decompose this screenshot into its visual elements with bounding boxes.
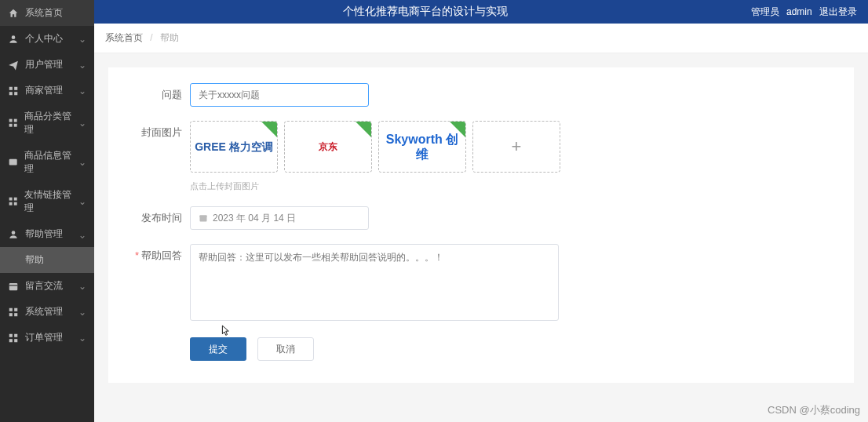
svg-rect-26 xyxy=(200,216,207,218)
breadcrumb-home[interactable]: 系统首页 xyxy=(105,32,143,43)
admin-name[interactable]: admin xyxy=(786,6,812,17)
svg-rect-13 xyxy=(14,202,17,206)
nav-label: 订单管理 xyxy=(25,331,63,344)
home-icon xyxy=(8,8,19,19)
svg-point-14 xyxy=(12,231,16,235)
chevron-down-icon: ⌄ xyxy=(78,333,86,344)
topbar-right: 管理员 admin 退出登录 xyxy=(746,5,857,19)
nav-system-mgmt[interactable]: 系统管理 ⌄ xyxy=(0,299,94,325)
svg-rect-2 xyxy=(14,86,17,89)
image-thumb: 京东 xyxy=(319,141,337,152)
image-card[interactable]: Skyworth 创维 xyxy=(378,121,466,173)
svg-rect-1 xyxy=(9,86,13,89)
page-title: 个性化推荐电商平台的设计与实现 xyxy=(105,5,746,19)
svg-rect-12 xyxy=(9,202,13,206)
nav-link-mgmt[interactable]: 友情链接管理 ⌄ xyxy=(0,182,94,221)
nav-label: 系统管理 xyxy=(25,305,63,318)
chevron-down-icon: ⌄ xyxy=(78,118,86,129)
calendar-icon xyxy=(8,281,19,292)
user-icon xyxy=(8,229,19,240)
chevron-down-icon: ⌄ xyxy=(78,157,86,168)
nav-message[interactable]: 留言交流 ⌄ xyxy=(0,273,94,299)
date-value: 2023 年 04 月 14 日 xyxy=(213,212,296,225)
chevron-down-icon: ⌄ xyxy=(78,60,86,71)
grid-icon xyxy=(8,118,18,129)
sidebar: 系统首页 个人中心 ⌄ 用户管理 ⌄ 商家管理 ⌄ 商品分类管理 ⌄ 商品信息管… xyxy=(0,0,94,422)
image-card[interactable]: 京东 xyxy=(284,121,372,173)
nav-user-mgmt[interactable]: 用户管理 ⌄ xyxy=(0,52,94,78)
chevron-up-icon: ⌃ xyxy=(78,229,86,240)
image-thumb: GREE 格力空调 xyxy=(195,140,273,154)
nav-category-mgmt[interactable]: 商品分类管理 ⌄ xyxy=(0,104,94,143)
plus-icon: + xyxy=(512,136,522,157)
grid-icon xyxy=(8,333,19,344)
grid-icon xyxy=(8,85,19,96)
svg-rect-18 xyxy=(14,307,17,311)
svg-rect-24 xyxy=(14,339,17,342)
nav-label: 系统首页 xyxy=(25,6,63,20)
date-input[interactable]: 2023 年 04 月 14 日 xyxy=(190,206,369,230)
svg-rect-23 xyxy=(9,339,13,342)
nav-home[interactable]: 系统首页 xyxy=(0,0,94,26)
svg-rect-5 xyxy=(9,119,13,122)
user-icon xyxy=(8,34,19,45)
nav-order-mgmt[interactable]: 订单管理 ⌄ xyxy=(0,325,94,351)
main: 个性化推荐电商平台的设计与实现 管理员 admin 退出登录 系统首页 / 帮助… xyxy=(94,0,868,422)
breadcrumb: 系统首页 / 帮助 xyxy=(94,24,868,53)
check-corner-icon xyxy=(449,121,466,138)
svg-rect-8 xyxy=(14,124,17,127)
send-icon xyxy=(8,60,19,71)
card-icon xyxy=(8,157,18,168)
svg-rect-19 xyxy=(9,313,13,316)
nav-help-sub[interactable]: 帮助 xyxy=(0,247,94,273)
submit-button[interactable]: 提交 xyxy=(190,337,246,361)
cursor-pointer-icon xyxy=(219,325,230,339)
topbar: 个性化推荐电商平台的设计与实现 管理员 admin 退出登录 xyxy=(94,0,868,24)
logout-link[interactable]: 退出登录 xyxy=(819,6,857,17)
svg-rect-22 xyxy=(14,333,17,337)
chevron-down-icon: ⌄ xyxy=(78,307,86,318)
nav-label: 个人中心 xyxy=(25,32,63,45)
nav-label: 用户管理 xyxy=(25,58,63,71)
chevron-down-icon: ⌄ xyxy=(78,281,86,292)
svg-rect-11 xyxy=(14,198,17,201)
answer-textarea[interactable] xyxy=(190,244,559,321)
nav-label: 留言交流 xyxy=(25,279,63,293)
svg-rect-21 xyxy=(9,333,13,337)
question-label: 问题 xyxy=(127,83,182,102)
svg-rect-10 xyxy=(9,198,13,201)
grid-icon xyxy=(8,307,19,318)
add-image-button[interactable]: + xyxy=(472,121,560,173)
question-input[interactable] xyxy=(190,83,369,107)
grid-icon xyxy=(8,196,18,207)
svg-point-0 xyxy=(12,35,16,39)
chevron-down-icon: ⌄ xyxy=(78,196,86,207)
chevron-down-icon: ⌄ xyxy=(78,34,86,45)
nav-help-mgmt[interactable]: 帮助管理 ⌃ xyxy=(0,221,94,247)
nav-label: 友情链接管理 xyxy=(24,188,78,215)
answer-label: *帮助回答 xyxy=(127,244,182,263)
svg-rect-15 xyxy=(9,282,18,289)
svg-rect-3 xyxy=(9,92,13,95)
nav-label: 商品信息管理 xyxy=(24,149,78,176)
check-corner-icon xyxy=(261,121,278,138)
svg-rect-7 xyxy=(9,124,13,127)
image-card[interactable]: GREE 格力空调 xyxy=(190,121,278,173)
nav-personal[interactable]: 个人中心 ⌄ xyxy=(0,26,94,52)
svg-rect-17 xyxy=(9,307,13,311)
svg-rect-9 xyxy=(9,159,17,166)
breadcrumb-sep: / xyxy=(150,32,152,43)
nav-label: 商家管理 xyxy=(25,84,63,97)
date-label: 发布时间 xyxy=(127,206,182,225)
check-corner-icon xyxy=(355,121,372,138)
image-list: GREE 格力空调 京东 Skyworth 创维 + xyxy=(190,121,835,173)
admin-label: 管理员 xyxy=(751,6,779,17)
breadcrumb-current: 帮助 xyxy=(160,32,179,43)
cover-hint: 点击上传封面图片 xyxy=(190,180,835,192)
content-wrap: 问题 封面图片 GREE 格力空调 xyxy=(94,53,868,422)
nav-merchant-mgmt[interactable]: 商家管理 ⌄ xyxy=(0,78,94,104)
svg-rect-20 xyxy=(14,313,17,316)
cancel-button[interactable]: 取消 xyxy=(257,337,314,361)
nav-product-mgmt[interactable]: 商品信息管理 ⌄ xyxy=(0,143,94,182)
cover-label: 封面图片 xyxy=(127,121,182,140)
